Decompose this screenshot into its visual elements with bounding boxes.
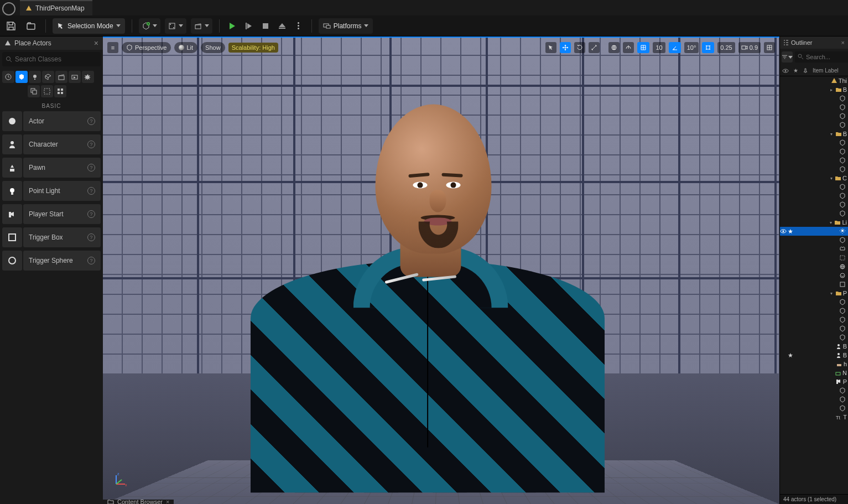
outliner-row[interactable]: ★B: [780, 351, 848, 360]
basic-category-icon[interactable]: [15, 71, 28, 83]
cinematics-category-icon[interactable]: [55, 71, 67, 83]
outliner-row[interactable]: [780, 315, 848, 324]
info-icon[interactable]: ?: [87, 257, 95, 264]
stop-button[interactable]: [259, 20, 272, 32]
angle-snap-value[interactable]: 10°: [684, 42, 699, 53]
close-icon[interactable]: ×: [841, 39, 845, 46]
outliner-row[interactable]: h: [780, 360, 848, 368]
info-icon[interactable]: ?: [87, 117, 95, 125]
expand-icon[interactable]: ▾: [829, 132, 834, 137]
item-label-col[interactable]: Item Label: [813, 67, 839, 74]
outliner-row[interactable]: ▸B: [780, 85, 848, 94]
outliner-row[interactable]: [780, 138, 848, 147]
actor-item[interactable]: Trigger Sphere?: [2, 251, 101, 271]
selection-mode-button[interactable]: Selection Mode: [53, 18, 125, 34]
outliner-row[interactable]: [780, 395, 848, 404]
outliner-row[interactable]: ★: [780, 227, 848, 236]
outliner-row[interactable]: ▾C: [780, 174, 848, 183]
angle-snap-button[interactable]: [669, 42, 681, 53]
info-icon[interactable]: ?: [87, 164, 95, 172]
outliner-row[interactable]: [780, 121, 848, 129]
outliner-row[interactable]: ▾P: [780, 289, 848, 298]
lights-category-icon[interactable]: [29, 71, 41, 83]
close-icon[interactable]: ×: [166, 498, 169, 504]
level-tab[interactable]: ThirdPersonMap: [20, 0, 92, 15]
outliner-row[interactable]: [780, 404, 848, 413]
expand-icon[interactable]: ▾: [829, 291, 834, 296]
volumes-category-icon[interactable]: [41, 85, 53, 97]
actor-item[interactable]: Pawn?: [2, 158, 101, 178]
add-content-button[interactable]: [139, 18, 160, 34]
save-icon[interactable]: [3, 18, 19, 34]
pin-col-icon[interactable]: [803, 68, 808, 74]
outliner-row[interactable]: [780, 245, 848, 253]
select-tool-button[interactable]: [545, 42, 556, 53]
unreal-logo-icon[interactable]: [2, 2, 15, 15]
lit-button[interactable]: Lit: [174, 42, 197, 53]
outliner-row[interactable]: [780, 94, 848, 103]
eject-button[interactable]: [276, 20, 288, 32]
geometry-category-icon[interactable]: [28, 85, 40, 97]
outliner-row[interactable]: [780, 103, 848, 112]
outliner-tree[interactable]: Thi▸B▾B▾C▾Li★▾PB★BhNPTtT: [780, 76, 848, 422]
perspective-button[interactable]: Perspective: [122, 42, 171, 53]
actor-item[interactable]: Point Light?: [2, 181, 101, 201]
translate-tool-button[interactable]: [560, 42, 571, 53]
expand-icon[interactable]: ▾: [829, 220, 834, 225]
play-options-button[interactable]: [293, 20, 305, 32]
play-button[interactable]: [226, 20, 238, 32]
blueprint-button[interactable]: [165, 18, 186, 34]
info-icon[interactable]: ?: [87, 141, 95, 148]
outliner-row[interactable]: P: [780, 377, 848, 386]
content-browser-tab[interactable]: Content Browser ×: [103, 500, 174, 504]
viewport-menu-button[interactable]: ≡: [107, 42, 118, 53]
actor-item[interactable]: Actor?: [2, 111, 101, 131]
outliner-row[interactable]: [780, 262, 848, 271]
outliner-row[interactable]: [780, 253, 848, 262]
media-category-icon[interactable]: [69, 71, 81, 83]
outliner-row[interactable]: [780, 165, 848, 174]
expand-icon[interactable]: ▸: [829, 87, 834, 92]
place-actors-tab[interactable]: Place Actors ×: [0, 37, 103, 50]
outliner-row[interactable]: [780, 306, 848, 315]
all-category-icon[interactable]: [54, 85, 66, 97]
visibility-col-icon[interactable]: [782, 68, 789, 74]
outliner-row[interactable]: Thi: [780, 76, 848, 85]
outliner-row[interactable]: N: [780, 368, 848, 377]
recent-category-icon[interactable]: [2, 71, 14, 83]
scale-snap-value[interactable]: 0.25: [717, 42, 735, 53]
outliner-row[interactable]: [780, 200, 848, 209]
outliner-row[interactable]: ▾Li: [780, 218, 848, 227]
browse-icon[interactable]: [23, 18, 39, 34]
shapes-category-icon[interactable]: [42, 71, 54, 83]
camera-speed-button[interactable]: 0.9: [738, 42, 761, 53]
outliner-row[interactable]: [780, 386, 848, 395]
outliner-row[interactable]: TtT: [780, 413, 848, 422]
viewport-layout-button[interactable]: [764, 42, 775, 53]
visibility-icon[interactable]: [780, 228, 787, 235]
outliner-row[interactable]: B: [780, 342, 848, 351]
outliner-row[interactable]: [780, 324, 848, 333]
scale-snap-button[interactable]: [702, 42, 714, 53]
outliner-row[interactable]: [780, 236, 848, 245]
outliner-row[interactable]: [780, 147, 848, 156]
outliner-row[interactable]: [780, 280, 848, 289]
outliner-row[interactable]: [780, 209, 848, 218]
filter-button[interactable]: [782, 51, 793, 63]
info-icon[interactable]: ?: [87, 233, 95, 241]
outliner-row[interactable]: ▾B: [780, 129, 848, 138]
outliner-row[interactable]: [780, 183, 848, 191]
pinned-col-icon[interactable]: ★: [793, 67, 798, 74]
outliner-row[interactable]: [780, 156, 848, 165]
outliner-row[interactable]: [780, 191, 848, 200]
expand-icon[interactable]: ▾: [829, 176, 834, 181]
info-icon[interactable]: ?: [87, 187, 95, 195]
outliner-row[interactable]: [780, 333, 848, 342]
outliner-tab[interactable]: Outliner ×: [780, 37, 848, 49]
actor-item[interactable]: Character?: [2, 134, 101, 154]
close-icon[interactable]: ×: [94, 39, 98, 48]
outliner-row[interactable]: [780, 271, 848, 280]
fx-category-icon[interactable]: [82, 71, 94, 83]
star-icon[interactable]: ★: [788, 352, 793, 358]
viewport[interactable]: ≡ Perspective Lit Show Scalability: High…: [103, 37, 779, 504]
